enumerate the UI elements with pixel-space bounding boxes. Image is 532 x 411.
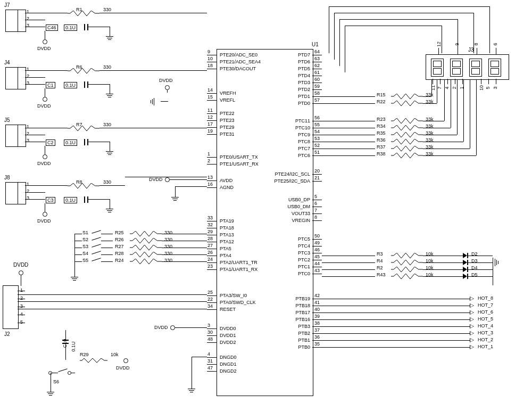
pin-num: 20 xyxy=(314,168,320,174)
net-label: HOT_2 xyxy=(478,337,493,342)
pin-name: PTE21/ADC_SEA4 xyxy=(220,59,261,64)
res-ref: R22 xyxy=(377,99,386,104)
pin-num: 26 xyxy=(207,250,213,255)
res-ref: R28 xyxy=(115,251,124,256)
pin-num: 13 xyxy=(207,175,213,180)
seven-seg-digit xyxy=(469,59,482,77)
pin-name: PTC8 xyxy=(298,139,310,144)
res-ref: R15 xyxy=(377,92,386,97)
pin-name: PTC0 xyxy=(298,271,310,276)
pin-num: 50 xyxy=(314,233,320,239)
j3-pin: 3 xyxy=(493,86,498,89)
resistor xyxy=(130,252,162,256)
pin-name: VREGIN xyxy=(292,218,310,223)
net-label: HOT_3 xyxy=(478,330,493,335)
pin-num: 63 xyxy=(314,56,320,61)
pin-num: 15 xyxy=(207,94,213,100)
net-arrow xyxy=(470,310,474,315)
pin-num: 58 xyxy=(314,91,320,96)
pin-num: 40 xyxy=(314,307,320,312)
pin-num: 45 xyxy=(314,254,320,259)
cap-ref: C3 xyxy=(46,197,55,203)
j3-ref: J3 xyxy=(468,47,474,53)
pin-num: 38 xyxy=(314,320,320,326)
cap-val: 0.1U xyxy=(64,24,77,31)
pin-num: 34 xyxy=(207,303,213,309)
conn-pin: 1 xyxy=(27,67,29,72)
cap-val: 0.1U xyxy=(64,139,77,146)
pin-name: DVDD0 xyxy=(220,326,236,331)
pin-name: PTB3 xyxy=(298,324,310,329)
conn-pin: 2 xyxy=(27,16,29,21)
dvdd-lbl: DVDD xyxy=(116,365,130,371)
conn-ref: J4 xyxy=(4,60,10,65)
res-ref: R27 xyxy=(115,244,124,249)
conn-pin: 1 xyxy=(27,182,29,187)
pin-name: VREFH xyxy=(220,91,236,96)
res-ref: R36 xyxy=(377,137,386,143)
pin-name: PTD4 xyxy=(298,73,310,78)
conn-pin: 3 xyxy=(27,138,29,143)
pin-num: 22 xyxy=(207,297,213,302)
pin-num: 42 xyxy=(314,293,320,298)
conn-pin: 1 xyxy=(20,287,23,293)
resistor xyxy=(130,238,162,242)
j3-pin: 8 xyxy=(473,43,479,45)
resistor xyxy=(391,125,423,129)
pin-name: PTE23 xyxy=(220,118,235,123)
cap-ref: C2 xyxy=(46,139,55,146)
pin-name: PTC3 xyxy=(298,250,310,256)
pin-name: PTB19 xyxy=(295,296,310,301)
pin-num: 33 xyxy=(207,215,213,220)
pin-num: 60 xyxy=(314,77,320,82)
pin-num: 5 xyxy=(314,194,317,199)
pin-num: 9 xyxy=(207,49,210,54)
pin-num: 62 xyxy=(314,63,320,68)
pin-name: RESET xyxy=(220,307,236,312)
conn-pin: 1 xyxy=(27,124,29,129)
seven-seg-digit xyxy=(488,59,501,77)
pin-num: 51 xyxy=(314,150,320,155)
dvdd-pad xyxy=(165,177,170,182)
resistor xyxy=(391,94,423,98)
pin-name: DNGD1 xyxy=(220,361,237,367)
chip-ref: U1 xyxy=(312,42,319,47)
pin-num: 24 xyxy=(207,257,213,262)
res-ref: R3 xyxy=(377,251,383,257)
conn-pin: 3 xyxy=(27,80,29,86)
pin-num: 55 xyxy=(314,122,320,127)
switch-ref: S1 xyxy=(82,230,88,235)
resistor xyxy=(391,146,423,150)
pin-name: PTC2 xyxy=(298,257,310,262)
pin-num: 46 xyxy=(314,247,320,252)
dvdd-vref: DVDD xyxy=(159,78,173,83)
pin-name: PTA12 xyxy=(220,239,234,244)
pin-name: DNGD0 xyxy=(220,355,237,360)
pin-num: 49 xyxy=(314,240,320,245)
pin-num: 31 xyxy=(207,358,213,364)
res-ref: R35 xyxy=(377,130,386,136)
resistor xyxy=(130,231,162,235)
net-label: HOT_5 xyxy=(478,316,493,322)
res-val: 330 xyxy=(164,237,172,242)
pin-name: PTB1 xyxy=(298,338,310,343)
net-label: HOT_7 xyxy=(478,302,493,308)
pin-num: 27 xyxy=(207,243,213,248)
dvdd-lbl: DVDD xyxy=(37,218,51,224)
resistor xyxy=(391,139,423,143)
pin-num: 6 xyxy=(314,201,317,206)
pin-num: 53 xyxy=(314,136,320,141)
pin-name: PTA5 xyxy=(220,246,231,251)
res-val: 330 xyxy=(164,258,172,263)
pin-name: PTC6 xyxy=(298,153,310,158)
dvdd-power: DVDD xyxy=(154,325,168,330)
conn-pin: 3 xyxy=(20,303,23,309)
conn-pin: 1 xyxy=(27,9,29,14)
pin-name: PTC1 xyxy=(298,264,310,269)
pin-num: 3 xyxy=(207,323,210,328)
pin-num: 21 xyxy=(314,175,320,180)
pin-name: PTB0 xyxy=(298,344,310,350)
j3-pin: 10 xyxy=(479,85,484,91)
pin-num: 39 xyxy=(314,314,320,319)
res-ref: R23 xyxy=(377,117,386,122)
